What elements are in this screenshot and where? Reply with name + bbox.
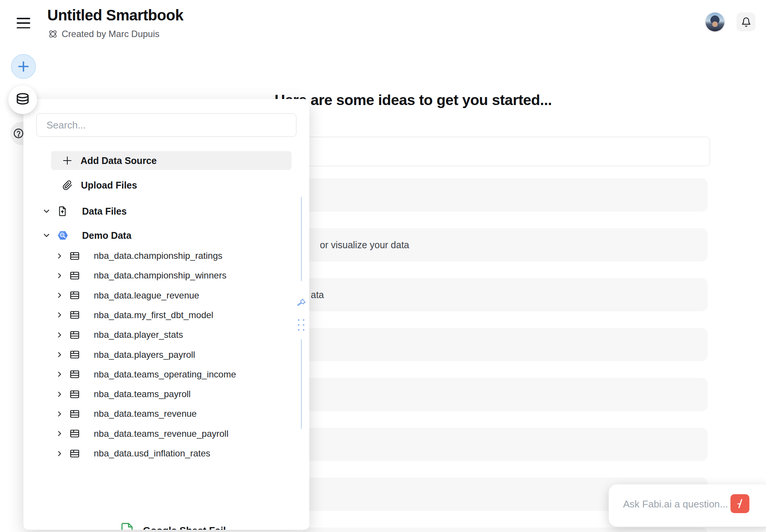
plus-icon [17, 60, 29, 73]
table-name: nba_data.championship_winners [94, 270, 226, 281]
panel-divider-line [301, 197, 302, 281]
data-source-panel: Add Data Source Upload Files Da [23, 99, 309, 530]
idea-card[interactable]: ata [302, 278, 708, 311]
table-row[interactable]: nba_data.championship_winners [56, 267, 226, 284]
ask-input-placeholder[interactable]: Ask Fabi.ai a question... [623, 484, 728, 524]
table-grid-icon [70, 369, 85, 379]
table-grid-icon [70, 389, 85, 399]
section-data-files[interactable]: Data Files [43, 203, 127, 220]
search-input[interactable] [36, 113, 296, 137]
paperclip-icon [62, 180, 73, 190]
table-grid-icon [70, 290, 85, 300]
bell-icon [741, 17, 751, 27]
resize-handle-icon[interactable] [298, 319, 304, 331]
table-row[interactable]: nba_data.teams_operating_income [56, 366, 236, 383]
created-by-text: Created by Marc Dupuis [62, 29, 160, 39]
table-name: nba_data.teams_payroll [94, 389, 191, 399]
hamburger-menu-icon[interactable] [17, 18, 30, 28]
atom-icon [48, 29, 58, 39]
app-root: Untitled Smartbook Created by Marc Dupui… [0, 0, 766, 532]
idea-card[interactable] [302, 328, 708, 361]
table-grid-icon [70, 428, 85, 439]
table-grid-icon [70, 330, 85, 340]
table-row[interactable]: nba_data.teams_revenue_payroll [56, 425, 228, 442]
page-title: Untitled Smartbook [47, 7, 183, 24]
notifications-button[interactable] [737, 12, 755, 31]
chevron-right-icon[interactable] [56, 292, 70, 299]
plus-icon [62, 156, 72, 165]
table-grid-icon [70, 448, 85, 459]
table-grid-icon [70, 409, 85, 419]
idea-card[interactable] [302, 178, 708, 212]
ask-fabi-bar[interactable]: Ask Fabi.ai a question... [609, 484, 766, 527]
table-grid-icon [70, 271, 85, 281]
database-icon [15, 92, 30, 107]
prompt-input-box[interactable] [302, 137, 710, 166]
chevron-right-icon[interactable] [56, 410, 70, 418]
fabi-bolt-icon [734, 498, 746, 509]
table-name: nba_data.teams_revenue [94, 408, 197, 419]
idea-card-text: or visualize your data [320, 228, 409, 261]
chevron-right-icon[interactable] [56, 331, 70, 339]
table-row[interactable]: nba_data.league_revenue [56, 287, 199, 304]
table-name: nba_data.championship_ratings [94, 251, 222, 261]
table-row[interactable]: nba_data.player_stats [56, 326, 183, 343]
google-sheet-item[interactable]: Google Sheet Fail... [121, 523, 234, 530]
idea-card[interactable] [302, 527, 708, 532]
file-upload-icon [57, 206, 73, 217]
idea-card[interactable] [302, 428, 708, 461]
table-row[interactable]: nba_data.my_first_dbt_model [56, 306, 213, 324]
chevron-right-icon[interactable] [56, 430, 70, 437]
chevron-down-icon[interactable] [43, 207, 57, 215]
table-name: nba_data.league_revenue [94, 290, 199, 301]
table-row[interactable]: nba_data.usd_inflation_rates [56, 445, 210, 462]
table-grid-icon [70, 251, 85, 261]
table-grid-icon [70, 350, 85, 360]
data-sources-button[interactable] [8, 85, 37, 114]
idea-card-text: ata [311, 278, 324, 311]
table-row[interactable]: nba_data.players_payroll [56, 346, 195, 363]
table-name: nba_data.my_first_dbt_model [94, 310, 213, 320]
upload-files-button[interactable]: Upload Files [51, 175, 292, 195]
created-by-row: Created by Marc Dupuis [48, 29, 160, 39]
chevron-right-icon[interactable] [56, 450, 70, 457]
panel-divider-line [301, 339, 302, 429]
idea-card[interactable]: or visualize your data [302, 228, 708, 261]
table-name: nba_data.teams_revenue_payroll [94, 428, 228, 439]
chevron-down-icon[interactable] [43, 232, 57, 239]
section-demo-data[interactable]: Demo Data [43, 227, 132, 244]
table-row[interactable]: nba_data.teams_payroll [56, 385, 191, 403]
table-grid-icon [70, 310, 85, 320]
chevron-right-icon[interactable] [56, 371, 70, 378]
table-name: nba_data.players_payroll [94, 350, 195, 360]
question-icon [13, 128, 24, 139]
table-row[interactable]: nba_data.teams_revenue [56, 405, 197, 422]
bigquery-hexagon-icon [57, 230, 73, 241]
table-row[interactable]: nba_data.championship_ratings [56, 247, 222, 264]
chevron-right-icon[interactable] [56, 351, 70, 358]
avatar[interactable] [706, 12, 724, 31]
ask-submit-button[interactable] [730, 494, 749, 513]
table-name: nba_data.usd_inflation_rates [94, 448, 210, 459]
google-sheets-icon [121, 523, 133, 530]
chevron-right-icon[interactable] [56, 311, 70, 319]
idea-card[interactable] [302, 378, 708, 411]
chevron-right-icon[interactable] [56, 272, 70, 279]
table-name: nba_data.teams_operating_income [94, 369, 236, 380]
chevron-right-icon[interactable] [56, 252, 70, 260]
ideas-heading: Here are some ideas to get you started..… [274, 92, 552, 108]
add-cell-button[interactable] [11, 54, 36, 79]
chevron-right-icon[interactable] [56, 391, 70, 398]
pin-panel-icon[interactable] [296, 297, 307, 308]
add-data-source-button[interactable]: Add Data Source [51, 151, 292, 170]
table-name: nba_data.player_stats [94, 329, 183, 340]
